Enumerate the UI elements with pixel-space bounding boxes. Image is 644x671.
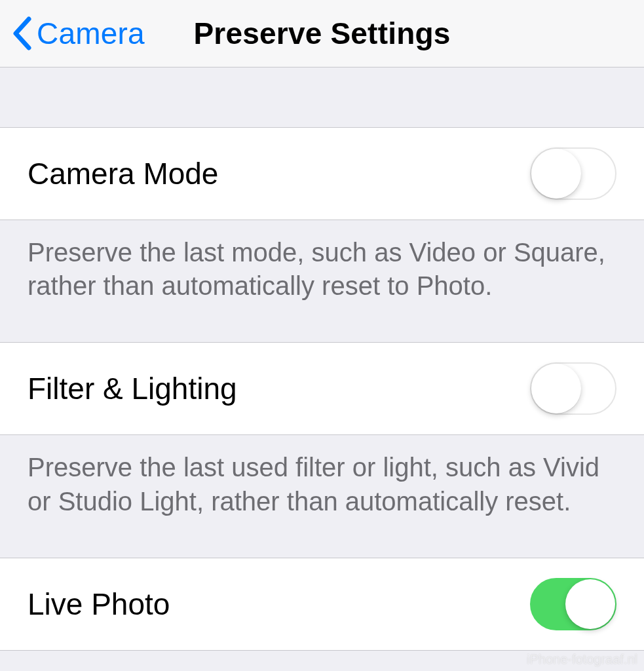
toggle-knob bbox=[531, 149, 581, 199]
filter-lighting-description: Preserve the last used filter or light, … bbox=[0, 435, 644, 558]
chevron-left-icon bbox=[12, 16, 31, 50]
filter-lighting-label: Filter & Lighting bbox=[28, 371, 237, 406]
live-photo-description: Preserve the Live Photo setting, rather … bbox=[0, 651, 644, 671]
section-spacer bbox=[0, 67, 644, 128]
camera-mode-toggle[interactable] bbox=[530, 147, 616, 200]
live-photo-toggle[interactable] bbox=[530, 578, 616, 630]
toggle-knob bbox=[565, 579, 615, 629]
camera-mode-description: Preserve the last mode, such as Video or… bbox=[0, 220, 644, 343]
camera-mode-label: Camera Mode bbox=[28, 156, 218, 191]
back-button[interactable]: Camera bbox=[12, 0, 145, 67]
toggle-knob bbox=[531, 364, 581, 413]
back-label: Camera bbox=[37, 16, 145, 51]
live-photo-label: Live Photo bbox=[28, 586, 170, 622]
camera-mode-row: Camera Mode bbox=[0, 128, 644, 220]
filter-lighting-row: Filter & Lighting bbox=[0, 343, 644, 435]
nav-header: Camera Preserve Settings bbox=[0, 0, 644, 67]
live-photo-row: Live Photo bbox=[0, 558, 644, 651]
page-title: Preserve Settings bbox=[193, 16, 450, 51]
filter-lighting-toggle[interactable] bbox=[530, 362, 616, 415]
